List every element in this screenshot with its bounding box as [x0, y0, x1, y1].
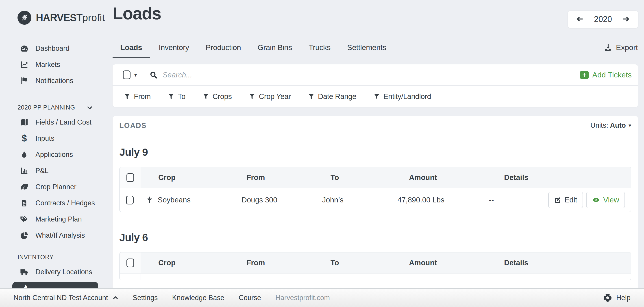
select-all-checkbox[interactable]: [123, 71, 130, 79]
sidebar-item-label: Marketing Plan: [36, 215, 82, 223]
sidebar-item-markets[interactable]: Markets: [0, 57, 112, 73]
sidebar-item-label: Crop Planner: [36, 183, 76, 191]
chevron-up-icon: [112, 295, 118, 301]
column-header-from: From: [246, 252, 330, 273]
sidebar-item-crop-planner[interactable]: Crop Planner: [0, 179, 112, 195]
page-title: Loads: [112, 4, 644, 23]
filter-to[interactable]: To: [168, 92, 186, 101]
sidebar-item-delivery-locations[interactable]: Delivery Locations: [0, 264, 112, 280]
filter-label: Date Range: [318, 92, 356, 101]
select-dropdown-caret-icon[interactable]: ▾: [134, 71, 137, 78]
header-checkbox-cell: [120, 252, 141, 273]
download-icon: [604, 43, 612, 52]
main-content: Loads 2020 Loads Inventory Production Gr…: [112, 0, 644, 307]
filters-row: From To Crops Crop Year Date Range Entit…: [112, 86, 638, 107]
sidebar-item-contracts-hedges[interactable]: Contracts / Hedges: [0, 195, 112, 211]
sidebar-item-what-if-analysis[interactable]: What/If Analysis: [0, 227, 112, 243]
tab-grain-bins[interactable]: Grain Bins: [250, 43, 300, 58]
sidebar-item-dashboard[interactable]: Dashboard: [0, 40, 112, 57]
edit-button[interactable]: Edit: [548, 192, 583, 208]
tabs-bar: Loads Inventory Production Grain Bins Tr…: [112, 43, 644, 58]
group-date: July 6: [119, 231, 638, 244]
filter-label: Crops: [212, 92, 232, 101]
prev-year-arrow-icon[interactable]: [575, 15, 584, 24]
bar-chart-icon: [19, 167, 29, 175]
units-selector[interactable]: Units: Auto ▾: [590, 121, 631, 130]
amount-cell: 47,890.00 Lbs: [398, 188, 484, 212]
export-button[interactable]: Export: [604, 43, 638, 58]
funnel-icon: [202, 93, 209, 100]
tab-loads[interactable]: Loads: [112, 43, 150, 58]
sidebar-item-applications[interactable]: Applications: [0, 147, 112, 163]
filter-from[interactable]: From: [124, 92, 151, 101]
units-value: Auto: [610, 121, 626, 130]
loads-panel-header: LOADS Units: Auto ▾: [112, 116, 638, 135]
header-checkbox[interactable]: [126, 258, 134, 267]
footer-link-harvestprofit[interactable]: Harvestprofit.com: [275, 294, 330, 302]
column-header-crop: Crop: [141, 252, 246, 273]
row-checkbox-cell: [120, 273, 141, 280]
tabs: Loads Inventory Production Grain Bins Tr…: [112, 43, 394, 58]
leaf-icon: [19, 182, 29, 191]
to-cell: John’s: [322, 188, 398, 212]
sidebar-section-label: INVENTORY: [18, 254, 54, 261]
sidebar-nav-inventory: Delivery Locations: [0, 264, 112, 280]
sidebar-item-pl[interactable]: P&L: [0, 163, 112, 179]
flag-icon: [19, 77, 29, 85]
brand-name: HARVESTprofit: [36, 12, 105, 24]
help-button[interactable]: Help: [603, 293, 630, 302]
droplet-icon: [19, 150, 29, 159]
footer-link-knowledge-base[interactable]: Knowledge Base: [172, 294, 224, 302]
chevron-down-icon: [86, 105, 93, 111]
sidebar-item-label: Markets: [36, 61, 60, 69]
filter-crops[interactable]: Crops: [202, 92, 232, 101]
sidebar-item-notifications[interactable]: Notifications: [0, 73, 112, 89]
footer-link-course[interactable]: Course: [238, 294, 261, 302]
funnel-icon: [124, 93, 130, 100]
footer-link-settings[interactable]: Settings: [133, 294, 158, 302]
row-checkbox[interactable]: [126, 196, 134, 204]
table-header-row: Crop From To Amount Details: [120, 252, 631, 273]
brand-name-light: profit: [82, 12, 105, 23]
caret-down-icon: ▾: [628, 122, 631, 129]
tab-production[interactable]: Production: [198, 43, 249, 58]
search-row: ▾ Add Tickets: [112, 64, 638, 86]
tab-trucks[interactable]: Trucks: [301, 43, 338, 58]
sidebar-item-fields-land-cost[interactable]: Fields / Land Cost: [0, 114, 112, 130]
view-button[interactable]: View: [586, 192, 625, 208]
account-switcher[interactable]: North Central ND Test Account: [14, 294, 118, 302]
sidebar-section-planning[interactable]: 2020 PP PLANNING: [18, 104, 93, 111]
tab-settlements[interactable]: Settlements: [340, 43, 394, 58]
from-cell: Dougs 300: [242, 188, 322, 212]
row-actions-cell: Edit View: [548, 188, 631, 212]
plus-square-icon: [580, 71, 588, 79]
column-header-crop: Crop: [141, 167, 246, 188]
tab-inventory[interactable]: Inventory: [151, 43, 197, 58]
details-cell: --: [484, 188, 548, 212]
add-tickets-button[interactable]: Add Tickets: [580, 71, 632, 79]
table-row: Soybeans Dougs 300 John’s 47,890.00 Lbs …: [120, 188, 631, 212]
truck-icon: [19, 268, 29, 276]
filter-crop-year[interactable]: Crop Year: [249, 92, 290, 101]
search-icon: [150, 71, 158, 79]
sidebar-item-inputs[interactable]: $ Inputs: [0, 130, 112, 147]
column-header-amount: Amount: [409, 167, 499, 188]
edit-label: Edit: [564, 196, 577, 204]
account-name: North Central ND Test Account: [14, 294, 108, 302]
gauge-icon: [19, 44, 29, 53]
search-input[interactable]: [162, 71, 364, 79]
map-icon: [19, 118, 29, 127]
filter-date-range[interactable]: Date Range: [308, 92, 356, 101]
column-header-details: Details: [499, 252, 566, 273]
filter-entity-landlord[interactable]: Entity/Landlord: [373, 92, 431, 101]
column-header-details: Details: [499, 167, 566, 188]
sidebar-item-marketing-plan[interactable]: Marketing Plan: [0, 211, 112, 227]
search-filter-card: ▾ Add Tickets From: [112, 64, 638, 107]
brand-logo[interactable]: HARVESTprofit: [18, 11, 112, 25]
crop-value: Soybeans: [158, 196, 190, 204]
next-year-arrow-icon[interactable]: [622, 15, 631, 24]
sidebar-section-inventory: INVENTORY: [18, 254, 93, 261]
header-checkbox[interactable]: [126, 173, 134, 182]
column-header-actions: [566, 167, 631, 188]
group-date: July 9: [119, 146, 638, 159]
